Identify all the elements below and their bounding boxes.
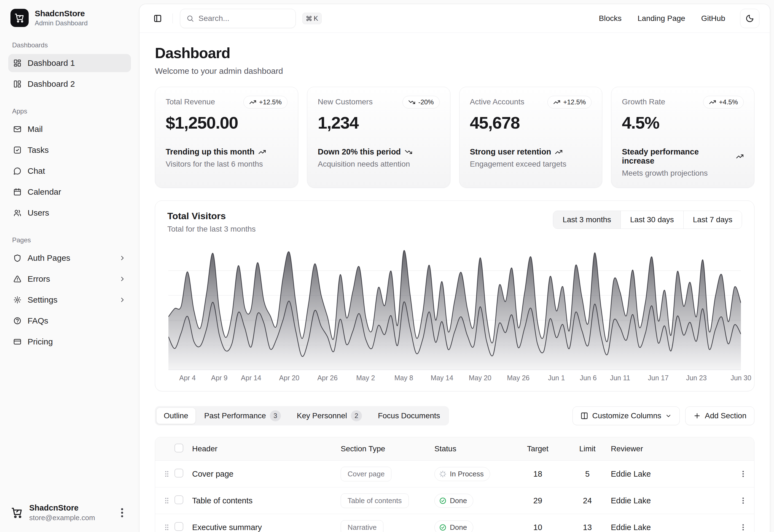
trend-value: +12.5% — [259, 98, 282, 106]
columns-icon — [580, 412, 588, 420]
row-menu-button[interactable] — [732, 523, 754, 531]
trend-badge: -20% — [402, 96, 439, 108]
sidebar-item-pricing[interactable]: Pricing — [8, 333, 131, 351]
trending-up-icon — [555, 148, 562, 156]
total-visitors-card: Total Visitors Total for the last 3 mont… — [155, 200, 754, 391]
status-badge: Done — [434, 520, 473, 532]
grip-vertical-icon — [162, 496, 171, 505]
range-last-3-months[interactable]: Last 3 months — [553, 211, 621, 229]
tab-focus-documents[interactable]: Focus Documents — [371, 408, 447, 424]
row-menu-button[interactable] — [732, 496, 754, 505]
search-input[interactable] — [199, 14, 298, 23]
drag-handle[interactable] — [159, 496, 174, 505]
brand[interactable]: ShadcnStore Admin Dashboard — [8, 7, 131, 29]
row-target[interactable]: 10 — [511, 523, 564, 532]
x-tick-label: Jun 1 — [548, 374, 565, 382]
chat-bubble-icon — [13, 167, 21, 175]
tab-count-badge: 3 — [270, 410, 281, 421]
sidebar-user[interactable]: ShadcnStore store@example.com — [7, 500, 132, 526]
tab-past-performance[interactable]: Past Performance 3 — [197, 408, 288, 424]
row-reviewer[interactable]: Eddie Lake — [611, 469, 732, 479]
range-last-7-days[interactable]: Last 7 days — [683, 211, 742, 229]
sidebar-item-auth-pages[interactable]: Auth Pages — [8, 249, 131, 267]
tab-label: Key Personnel — [297, 411, 347, 420]
nav-dashboards: Dashboard 1 Dashboard 2 — [8, 54, 131, 93]
drag-handle[interactable] — [159, 523, 174, 531]
shopping-cart-icon — [14, 13, 25, 23]
customize-columns-button[interactable]: Customize Columns — [572, 406, 680, 425]
sidebar-item-dashboard-1[interactable]: Dashboard 1 — [8, 54, 131, 72]
x-tick-label: Apr 14 — [241, 374, 261, 382]
link-landing-page[interactable]: Landing Page — [638, 14, 685, 23]
link-github[interactable]: GitHub — [701, 14, 725, 23]
ellipsis-vertical-icon — [739, 523, 747, 531]
row-menu-button[interactable] — [732, 470, 754, 478]
drag-handle[interactable] — [159, 470, 174, 478]
calendar-icon — [13, 188, 21, 196]
row-target[interactable]: 29 — [511, 496, 564, 505]
select-all-checkbox[interactable] — [174, 444, 183, 452]
add-section-button[interactable]: Add Section — [685, 406, 754, 425]
x-tick-label: Apr 9 — [211, 374, 228, 382]
row-header[interactable]: Table of contents — [192, 496, 341, 505]
row-checkbox[interactable] — [174, 495, 183, 504]
row-reviewer[interactable]: Eddie Lake — [611, 496, 732, 505]
sidebar-item-users[interactable]: Users — [8, 204, 131, 222]
search-shortcut: K — [302, 13, 322, 24]
ellipsis-vertical-icon — [739, 496, 747, 505]
sidebar-item-dashboard-2[interactable]: Dashboard 2 — [8, 75, 131, 93]
status-text: Done — [450, 523, 467, 532]
chevron-right-icon — [119, 254, 126, 262]
sidebar-item-mail[interactable]: Mail — [8, 120, 131, 138]
sidebar-item-calendar[interactable]: Calendar — [8, 183, 131, 201]
trend-badge: +12.5% — [547, 96, 592, 108]
ellipsis-vertical-icon — [739, 470, 747, 478]
tab-key-personnel[interactable]: Key Personnel 2 — [290, 408, 369, 424]
sidebar-item-errors[interactable]: Errors — [8, 270, 131, 288]
row-checkbox[interactable] — [174, 522, 183, 531]
col-status: Status — [434, 444, 511, 453]
row-checkbox[interactable] — [174, 469, 183, 477]
trending-up-icon — [553, 99, 560, 106]
sidebar-item-settings[interactable]: Settings — [8, 291, 131, 309]
x-tick-label: May 26 — [507, 374, 529, 382]
range-last-30-days[interactable]: Last 30 days — [621, 211, 683, 229]
tab-list: Outline Past Performance 3 Key Personnel… — [155, 406, 449, 425]
tab-outline[interactable]: Outline — [156, 408, 196, 424]
sections-table: Header Section Type Status Target Limit … — [155, 437, 754, 532]
row-limit[interactable]: 24 — [564, 496, 611, 505]
sidebar-item-label: Dashboard 1 — [28, 58, 75, 68]
tab-label: Past Performance — [204, 411, 266, 420]
row-limit[interactable]: 13 — [564, 523, 611, 532]
sidebar-item-chat[interactable]: Chat — [8, 162, 131, 180]
sidebar-item-tasks[interactable]: Tasks — [8, 141, 131, 159]
nav-pages: Auth Pages Errors Settings FAQs Pricing — [8, 249, 131, 351]
row-target[interactable]: 18 — [511, 469, 564, 479]
row-header[interactable]: Cover page — [192, 469, 341, 479]
tab-count-badge: 2 — [351, 410, 362, 421]
stat-footer-title: Down 20% this period — [318, 147, 401, 156]
main: Dashboard Welcome to your admin dashboar… — [139, 33, 770, 532]
sidebar-item-label: Errors — [28, 274, 50, 284]
trending-up-icon — [258, 148, 266, 156]
mail-icon — [13, 125, 21, 133]
page-title: Dashboard — [155, 44, 754, 61]
col-header: Header — [192, 444, 341, 453]
user-name: ShadcnStore — [29, 503, 95, 512]
search-box[interactable]: K — [180, 9, 296, 28]
sidebar-item-label: FAQs — [28, 316, 48, 325]
sidebar-toggle-button[interactable] — [150, 11, 165, 26]
col-target: Target — [511, 444, 564, 453]
row-limit[interactable]: 5 — [564, 469, 611, 479]
theme-toggle-button[interactable] — [740, 9, 759, 28]
link-blocks[interactable]: Blocks — [599, 14, 622, 23]
row-reviewer[interactable]: Eddie Lake — [611, 523, 732, 532]
sidebar-item-faqs[interactable]: FAQs — [8, 312, 131, 330]
col-reviewer: Reviewer — [611, 444, 732, 453]
x-tick-label: May 20 — [469, 374, 491, 382]
sidebar-item-label: Users — [28, 208, 49, 218]
ellipsis-vertical-icon[interactable] — [116, 507, 128, 519]
row-header[interactable]: Executive summary — [192, 523, 341, 532]
trending-down-icon — [405, 148, 412, 156]
trend-value: +12.5% — [563, 98, 586, 106]
